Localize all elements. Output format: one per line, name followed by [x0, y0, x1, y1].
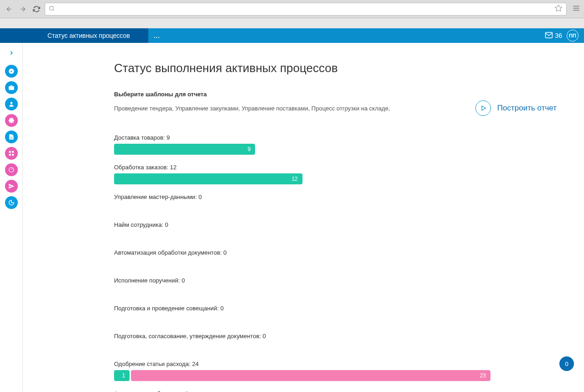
address-bar[interactable]	[45, 3, 567, 16]
bookmark-star-icon[interactable]	[554, 4, 563, 14]
svg-rect-10	[9, 151, 10, 153]
sidebar-item-send[interactable]	[5, 180, 18, 193]
sidebar-item-document[interactable]	[5, 131, 18, 143]
bar-track	[114, 287, 490, 296]
sidebar-item-dashboard[interactable]	[5, 163, 18, 176]
bar-segment-late: 23	[131, 370, 490, 381]
mail-button[interactable]: 36	[545, 31, 562, 41]
chart-row-label: Одобрение статьи расхода: 24	[114, 361, 490, 367]
chart-row-label: Управление мастер-данными: 0	[114, 193, 490, 200]
back-button[interactable]	[4, 4, 15, 15]
sidebar	[0, 43, 23, 392]
browser-toolbar	[0, 0, 584, 18]
templates-field[interactable]: Проведение тендера, Управление закупками…	[114, 105, 462, 112]
bar-segment-ontime: 1	[114, 370, 130, 381]
bar-track	[114, 203, 490, 212]
bar-track: 12	[114, 173, 490, 184]
bar-track	[114, 259, 490, 268]
chart-row-label: Найм сотрудника: 0	[114, 221, 490, 228]
mail-count-value: 36	[555, 32, 562, 39]
svg-point-0	[50, 6, 54, 10]
pre-header-spacer	[0, 18, 584, 28]
floating-counter[interactable]: 0	[559, 356, 574, 371]
chart-row-label: Доставка товаров: 9	[114, 134, 490, 141]
bar-track: 123	[114, 370, 490, 381]
sidebar-item-chart[interactable]	[5, 196, 18, 209]
chart-row-label: Автоматизация обработки документов: 0	[114, 249, 490, 256]
chart-row: Обработка заказов: 1212	[114, 164, 490, 184]
bar-track	[114, 231, 490, 240]
url-input[interactable]	[57, 5, 554, 12]
chart-row: Подготовка, согласование, утверждение до…	[114, 333, 490, 351]
chart-row: Найм сотрудника: 0	[114, 221, 490, 240]
app-header: Статус активных процессов ... 36 ПП	[0, 28, 584, 43]
chart: Доставка товаров: 99Обработка заказов: 1…	[114, 134, 490, 392]
chart-row-label: Подготовка и проведение совещаний: 0	[114, 305, 490, 312]
sidebar-item-user[interactable]	[5, 98, 18, 110]
bar-segment-ontime: 12	[114, 173, 302, 184]
svg-rect-13	[12, 154, 14, 156]
bar-track	[114, 342, 490, 351]
chart-row: Автоматизация обработки документов: 0	[114, 249, 490, 268]
bar-track: 9	[114, 144, 490, 155]
chart-row-label: Исполнение поручений: 0	[114, 277, 490, 284]
chart-row: Управление мастер-данными: 0	[114, 193, 490, 212]
svg-point-6	[10, 102, 12, 104]
browser-menu-icon[interactable]	[572, 4, 580, 14]
forward-button[interactable]	[17, 4, 28, 15]
header-more-icon[interactable]: ...	[154, 32, 160, 39]
chart-row-label: Обработка заказов: 12	[114, 164, 490, 171]
user-avatar[interactable]: ПП	[567, 30, 579, 42]
page-title: Статус выполнения активных процессов	[114, 61, 557, 75]
templates-label: Выберите шаблоны для отчета	[114, 91, 557, 98]
header-title: Статус активных процессов	[0, 28, 148, 43]
svg-marker-15	[482, 106, 485, 110]
svg-rect-11	[12, 151, 14, 153]
mail-icon	[545, 31, 553, 41]
chart-row: Формирование бюджета: 44	[114, 390, 490, 392]
bar-track	[114, 314, 490, 324]
search-icon	[49, 5, 55, 13]
bar-segment-ontime: 9	[114, 144, 255, 155]
svg-marker-1	[555, 5, 562, 11]
build-report-button[interactable]: Построить отчет	[475, 100, 557, 116]
chart-row: Одобрение статьи расхода: 24123	[114, 361, 490, 381]
play-icon	[475, 100, 491, 116]
svg-rect-12	[9, 154, 10, 156]
sidebar-item-apps[interactable]	[5, 147, 18, 160]
chart-row-label: Подготовка, согласование, утверждение до…	[114, 333, 490, 340]
sidebar-item-gear[interactable]	[5, 114, 18, 127]
sidebar-item-tasks[interactable]	[5, 65, 18, 78]
reload-button[interactable]	[31, 4, 42, 15]
build-report-label: Построить отчет	[497, 104, 557, 113]
chart-row: Подготовка и проведение совещаний: 0	[114, 305, 490, 324]
chart-row-label: Формирование бюджета: 4	[114, 390, 490, 392]
sidebar-expand-icon[interactable]	[5, 47, 18, 59]
sidebar-item-briefcase[interactable]	[5, 81, 18, 94]
chart-row: Исполнение поручений: 0	[114, 277, 490, 296]
chart-row: Доставка товаров: 99	[114, 134, 490, 155]
main-content: Статус выполнения активных процессов Выб…	[23, 43, 584, 392]
